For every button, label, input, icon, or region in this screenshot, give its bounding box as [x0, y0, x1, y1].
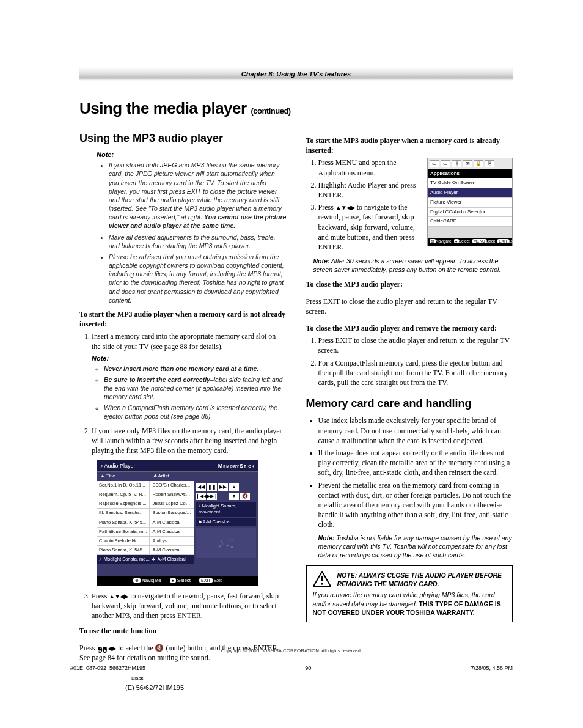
note-label: Note:	[92, 354, 287, 363]
col-artist: ♣ Artist	[150, 472, 194, 481]
step: Insert a memory card into the appropriat…	[92, 331, 287, 421]
skip-fwd-icon: ▶▶❙	[207, 493, 217, 500]
chapter-header: Chapter 8: Using the TV's features	[79, 67, 513, 81]
app-item: Digital CC/Audio Selector	[428, 208, 512, 218]
track-title: Piano Sonata, K. 545...	[97, 518, 150, 527]
sub-note-emphasis: Be sure to insert the card correctly	[104, 376, 210, 383]
vol-down-icon: ▼	[229, 493, 239, 500]
album-art-placeholder: ♪♫	[196, 528, 256, 558]
track-title: Rapsodie Espagnole:...	[97, 499, 150, 508]
section-title-text: Using the media player	[79, 99, 247, 117]
procedure-heading: To close the MP3 audio player:	[306, 279, 513, 289]
applications-menu-figure: ▭ ▭ 𝄞 ✉ 🔒 ⎘ Applications TV Guide On Scr…	[427, 158, 513, 246]
inline-note: Note: Toshiba is not liable for any dama…	[318, 534, 513, 560]
track-artist: A-M Classical	[150, 518, 194, 527]
audio-player-figure: ♪ Audio Player MemoryStick ▲ Title ♣ Art…	[97, 460, 258, 586]
skip-back-icon: ❙◀◀	[196, 493, 206, 500]
note-text: If you stored both JPEG and MP3 files on…	[109, 161, 282, 221]
track-title: III. Sanctus: Sanctu...	[97, 509, 150, 517]
app-item: Picture Viewer	[428, 198, 512, 208]
inline-note: Note: After 30 seconds a screen saver wi…	[314, 257, 513, 274]
app-item: TV Guide On Screen	[428, 178, 512, 188]
app-item-selected: Audio Player	[428, 188, 512, 198]
step: If you have only MP3 files on the memory…	[92, 426, 287, 456]
model-label: (E) 56/62/72HM195	[125, 683, 184, 693]
track-artist: A-M Classical	[150, 546, 194, 554]
step: For a CompactFlash memory card, press th…	[318, 358, 513, 388]
arrow-icons: ▲▼◀▶	[336, 204, 355, 211]
note-item: Please be advised that you must obtain p…	[109, 252, 287, 304]
bullet: Use index labels made exclusively for yo…	[318, 416, 513, 446]
player-title: ♪ Audio Player	[100, 462, 136, 469]
app-tabs: ▭ ▭ 𝄞 ✉ 🔒 ⎘	[428, 158, 512, 169]
now-track-tag: ♪ Moolight Sonata, movement	[196, 502, 256, 517]
ffwd-icon: ▶▶	[218, 483, 228, 491]
note-label: Note:	[97, 150, 287, 160]
track-artist: Boston Baroque/M...	[150, 509, 194, 517]
col-title: ▲ Title	[97, 472, 150, 481]
track-title: Piano Sonata, K. 545...	[97, 546, 150, 554]
procedure-heading: To start the MP3 audio player when a mem…	[306, 136, 513, 155]
arrow-icons: ▲▼◀▶	[109, 593, 128, 600]
copyright: Copyright © 2005 TOSHIBA CORPORATION. Al…	[0, 648, 583, 655]
body-text: Press EXIT to close the audio player and…	[306, 296, 513, 316]
warning-title: NOTE: ALWAYS CLOSE THE AUDIO PLAYER BEFO…	[337, 571, 507, 588]
step-text: Insert a memory card into the appropriat…	[92, 332, 276, 350]
warning-box: NOTE: ALWAYS CLOSE THE AUDIO PLAYER BEFO…	[306, 565, 513, 622]
procedure-heading: To close the MP3 audio player and remove…	[306, 323, 513, 333]
track-title: Pathétique Sonata, m...	[97, 528, 150, 536]
step: Press EXIT to close the audio player and…	[318, 336, 513, 355]
memory-stick-label: MemoryStick	[218, 462, 255, 469]
bullet: If the image does not appear correctly o…	[318, 448, 513, 478]
note-item: If you stored both JPEG and MP3 files on…	[109, 161, 287, 230]
track-artist: Robert Shaw/Atla...	[150, 490, 194, 499]
step: Press ▲▼◀▶ to navigate to the rewind, pa…	[92, 591, 287, 621]
svg-point-2	[321, 583, 323, 585]
app-footer: ⊕Navigate ●Select MENUBack EXITExit	[428, 238, 512, 246]
track-title: Chopin Prelude No. ...	[97, 537, 150, 545]
tab-icon: 𝄞	[452, 160, 461, 167]
tab-icon: ✉	[463, 160, 472, 167]
now-artist-tag: ♣ A-M Classical	[196, 518, 256, 526]
mp3-player-heading: Using the MP3 audio player	[79, 131, 287, 145]
note-item: Make all desired adjustments to the surr…	[109, 233, 287, 250]
sub-note: Be sure to insert the card correctly–lab…	[104, 375, 287, 402]
track-title: Ser.No.1 in D, Op.11...	[97, 481, 150, 490]
procedure-heading: To use the mute function	[79, 626, 287, 636]
track-list: Ser.No.1 in D, Op.11...SCO/Sir Charles..…	[97, 481, 194, 564]
color-plate-label: Black	[131, 675, 144, 682]
footer-date: 7/28/05, 4:58 PM	[471, 664, 513, 672]
app-menu-header: Applications	[428, 169, 512, 178]
memory-card-heading: Memory card care and handling	[306, 396, 513, 411]
tab-icon: 🔒	[474, 160, 483, 167]
now-playing: ♪Moolight Sonata, mo...♣A-M Classical	[97, 555, 194, 564]
rewind-icon: ◀◀	[196, 483, 206, 491]
step-text: Press	[92, 592, 109, 600]
section-title-continued: (continued)	[251, 106, 290, 116]
track-artist: SCO/Sir Charles...	[150, 481, 194, 490]
procedure-heading: To start the MP3 audio player when a mem…	[79, 309, 287, 329]
footer-file: #01E_087-092_566272HM195	[70, 664, 145, 672]
warning-icon	[313, 571, 331, 587]
footer-meta: #01E_087-092_566272HM195 90 7/28/05, 4:5…	[70, 664, 513, 672]
tab-icon: ⎘	[485, 160, 494, 167]
sub-note: When a CompactFlash memory card is inser…	[104, 403, 287, 421]
mute-icon: 🔇	[240, 493, 250, 500]
player-title-text: Audio Player	[105, 463, 136, 469]
track-artist: Jesus Lopez-Cobo...	[150, 499, 194, 508]
track-title: Requiem, Op. 5 IV. R...	[97, 490, 150, 499]
section-title: Using the media player (continued)	[79, 98, 513, 119]
tab-icon: ▭	[441, 160, 450, 167]
warning-body: If you remove the memory card while play…	[313, 590, 507, 617]
track-artist: A-M Classical	[150, 528, 194, 536]
vol-up-icon: ▲	[229, 483, 239, 491]
footer-page: 90	[305, 664, 311, 672]
bullet: Prevent the metallic area on the memory …	[318, 480, 513, 559]
tab-icon: ▭	[430, 160, 439, 167]
section-rule	[79, 122, 513, 122]
app-item: CableCARD	[428, 217, 512, 227]
sub-note: Never insert more than one memory card a…	[104, 364, 287, 373]
player-footer: ⊕Navigate ●Select EXITExit	[97, 576, 258, 586]
track-artist: Andrys	[150, 537, 194, 545]
pause-icon: ❚❚	[207, 483, 217, 491]
